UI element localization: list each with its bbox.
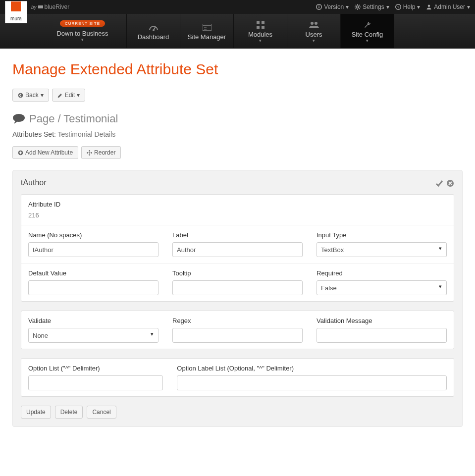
optlabel-input[interactable] — [177, 375, 447, 390]
caret-down-icon: ▾ — [81, 37, 84, 42]
reorder-button[interactable]: Reorder — [81, 146, 121, 159]
input-type-label: Input Type — [317, 231, 447, 239]
valmsg-input[interactable] — [317, 328, 447, 343]
svg-point-4 — [357, 6, 359, 8]
caret-down-icon: ▾ — [366, 38, 369, 43]
required-label: Required — [317, 269, 447, 277]
nav-label: Users — [306, 31, 322, 38]
caret-down-icon: ▾ — [313, 38, 315, 43]
vendor-text: blueRiver — [45, 3, 70, 10]
required-select[interactable]: False — [317, 280, 447, 295]
comment-icon — [12, 113, 25, 124]
move-icon — [87, 150, 92, 156]
attributes-toolbar: Add New Attribute Reorder — [12, 146, 463, 159]
top-bar: mura by blueRiver Version ▾ Settings ▾ ?… — [0, 0, 475, 14]
validate-cell: Validate None — [21, 311, 165, 349]
caret-down-icon: ▾ — [259, 38, 262, 43]
name-input[interactable] — [28, 242, 158, 257]
caret-down-icon: ▾ — [467, 3, 470, 10]
caret-down-icon: ▾ — [77, 92, 80, 99]
plus-icon — [18, 150, 23, 156]
users-icon — [309, 19, 319, 30]
current-site-badge: CURRENT SITE — [60, 20, 105, 27]
svg-point-21 — [13, 114, 25, 122]
confirm-icon[interactable] — [435, 178, 443, 187]
name-cell: Name (No spaces) — [21, 225, 165, 263]
info-icon — [316, 4, 322, 10]
caret-down-icon: ▾ — [41, 92, 44, 99]
regex-input[interactable] — [172, 328, 303, 343]
delete-button[interactable]: Delete — [55, 406, 83, 419]
attributes-set-line: Attributes Set: Testimonial Details — [12, 130, 463, 138]
panel-actions — [435, 178, 454, 187]
svg-point-20 — [18, 93, 23, 98]
caret-down-icon: ▾ — [417, 3, 420, 10]
update-button[interactable]: Update — [21, 406, 51, 419]
vendor-icon — [38, 4, 43, 9]
page-title: Manage Extended Attribute Set — [12, 61, 463, 78]
vendor-link[interactable]: blueRiver — [38, 3, 70, 10]
close-icon[interactable] — [446, 178, 454, 187]
svg-rect-17 — [262, 26, 264, 29]
form-box-options: Option List ("^" Delimiter) Option Label… — [21, 358, 454, 397]
attribute-panel: tAuthor Attribute ID 216 Name (No — [12, 170, 463, 427]
svg-line-9 — [154, 27, 156, 30]
validate-label: Validate — [28, 317, 158, 324]
label-input[interactable] — [172, 242, 303, 257]
user-icon — [426, 4, 432, 10]
section-heading: Page / Testimonial — [12, 112, 463, 125]
tooltip-label: Tooltip — [172, 269, 303, 277]
version-menu[interactable]: Version ▾ — [316, 3, 349, 10]
default-input[interactable] — [28, 280, 158, 295]
input-type-cell: Input Type TextBox — [310, 225, 454, 263]
svg-rect-16 — [257, 26, 260, 29]
attrs-set-label: Attributes Set: — [12, 130, 56, 138]
settings-menu[interactable]: Settings ▾ — [355, 3, 389, 10]
current-site-label: Down to Business — [56, 30, 108, 37]
input-type-select[interactable]: TextBox — [317, 242, 447, 257]
modules-icon — [257, 19, 264, 30]
nav-site-manager[interactable]: Site Manager — [180, 14, 234, 48]
default-cell: Default Value — [21, 264, 165, 301]
add-attribute-button[interactable]: Add New Attribute — [12, 146, 78, 159]
brand-logo[interactable]: mura — [5, 1, 27, 23]
nav-label: Site Manager — [188, 33, 226, 41]
content: Manage Extended Attribute Set Back ▾ Edi… — [0, 49, 475, 439]
attr-id-cell: Attribute ID 216 — [21, 195, 454, 225]
logo-mark — [11, 1, 21, 11]
back-button[interactable]: Back ▾ — [12, 89, 49, 102]
nav-dashboard[interactable]: Dashboard — [127, 14, 180, 48]
caret-down-icon: ▾ — [346, 3, 349, 10]
nav-label: Site Config — [352, 31, 383, 38]
svg-point-19 — [315, 22, 317, 25]
name-label: Name (No spaces) — [28, 231, 158, 239]
user-menu[interactable]: Admin User ▾ — [426, 3, 470, 10]
nav-bar: CURRENT SITE Down to Business ▾ Dashboar… — [0, 14, 475, 49]
label-label: Label — [172, 231, 303, 239]
help-menu[interactable]: ? Help ▾ — [395, 3, 421, 10]
tooltip-input[interactable] — [172, 280, 303, 295]
cancel-button[interactable]: Cancel — [87, 406, 116, 419]
valmsg-label: Validation Message — [317, 317, 447, 324]
required-cell: Required False — [310, 264, 454, 301]
optlist-input[interactable] — [28, 375, 163, 390]
edit-button[interactable]: Edit ▾ — [52, 89, 86, 102]
nav-site-config[interactable]: Site Config ▾ — [341, 14, 394, 48]
label-cell: Label — [165, 225, 310, 263]
validate-select[interactable]: None — [28, 328, 158, 343]
nav-label: Dashboard — [138, 33, 169, 41]
optlist-cell: Option List ("^" Delimiter) — [21, 359, 170, 396]
regex-label: Regex — [172, 317, 303, 324]
gear-icon — [355, 4, 361, 10]
svg-rect-2 — [318, 6, 319, 8]
wrench-icon — [364, 19, 371, 30]
svg-point-7 — [428, 5, 430, 7]
attr-id-label: Attribute ID — [28, 201, 447, 208]
nav-modules[interactable]: Modules ▾ — [234, 14, 287, 48]
nav-users[interactable]: Users ▾ — [287, 14, 341, 48]
dashboard-icon — [149, 22, 158, 32]
nav-current-site[interactable]: CURRENT SITE Down to Business ▾ — [39, 14, 127, 48]
svg-rect-3 — [318, 5, 319, 6]
form-actions: Update Delete Cancel — [21, 406, 454, 419]
svg-point-18 — [311, 22, 314, 25]
